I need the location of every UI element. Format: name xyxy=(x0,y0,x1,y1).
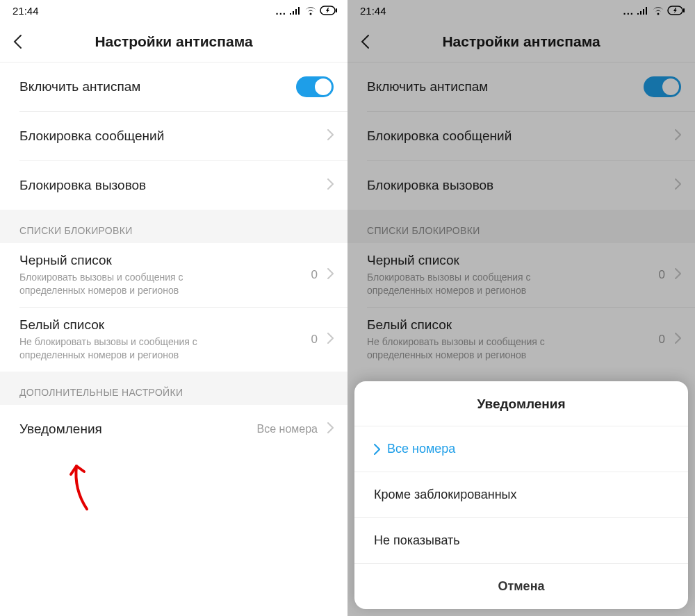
row-block-calls[interactable]: Блокировка вызовов xyxy=(0,161,348,210)
status-time: 21:44 xyxy=(13,5,39,17)
screen-left: 21:44 ... Настройки антиспама Включить а… xyxy=(0,0,348,616)
section-blocklists: СПИСКИ БЛОКИРОВКИ xyxy=(348,210,695,243)
chevron-right-icon xyxy=(675,178,681,192)
count-badge: 0 xyxy=(659,268,665,282)
header: Настройки антиспама xyxy=(348,21,695,63)
wifi-icon xyxy=(304,6,317,15)
chevron-right-icon xyxy=(675,268,681,282)
chevron-right-icon xyxy=(675,333,681,347)
svg-rect-1 xyxy=(336,8,337,13)
row-label: Блокировка сообщений xyxy=(367,128,512,144)
sheet-option-label: Все номера xyxy=(387,442,455,456)
chevron-right-icon xyxy=(327,422,334,436)
section-blocklists: СПИСКИ БЛОКИРОВКИ xyxy=(0,210,348,243)
count-badge: 0 xyxy=(311,268,318,282)
row-description: Не блокировать вызовы и сообщения с опре… xyxy=(367,335,575,362)
more-icon: ... xyxy=(623,5,634,17)
svg-rect-3 xyxy=(683,8,685,13)
row-description: Не блокировать вызовы и сообщения с опре… xyxy=(19,335,228,362)
chevron-right-icon xyxy=(327,129,334,143)
sheet-title: Уведомления xyxy=(354,381,688,426)
sheet-option-label: Не показывать xyxy=(374,533,460,548)
row-label: Черный список xyxy=(19,253,228,268)
status-time: 21:44 xyxy=(360,5,386,17)
row-notifications[interactable]: Уведомления Все номера xyxy=(0,405,348,453)
sheet-option-label: Кроме заблокированных xyxy=(374,488,517,502)
status-bar: 21:44 ... xyxy=(0,0,348,21)
row-label: Включить антиспам xyxy=(367,79,488,94)
toggle-switch[interactable] xyxy=(296,76,334,97)
header: Настройки антиспама xyxy=(0,21,348,63)
chevron-left-icon xyxy=(360,34,370,49)
row-label: Блокировка вызовов xyxy=(19,178,146,193)
toggle-switch[interactable] xyxy=(644,76,681,97)
row-description: Блокировать вызовы и сообщения с определ… xyxy=(367,271,575,297)
row-blacklist[interactable]: Черный список Блокировать вызовы и сообщ… xyxy=(348,243,695,307)
more-icon: ... xyxy=(275,5,286,17)
row-description: Блокировать вызовы и сообщения с определ… xyxy=(19,271,228,297)
signal-icon xyxy=(289,6,302,15)
row-enable-antispam[interactable]: Включить антиспам xyxy=(0,63,348,111)
page-title: Настройки антиспама xyxy=(348,33,695,50)
sheet-option-hide[interactable]: Не показывать xyxy=(354,518,688,563)
page-title: Настройки антиспама xyxy=(0,33,348,50)
row-whitelist[interactable]: Белый список Не блокировать вызовы и соо… xyxy=(348,308,695,372)
row-value: Все номера xyxy=(257,423,318,435)
signal-icon xyxy=(637,6,649,15)
chevron-right-icon xyxy=(327,178,334,192)
count-badge: 0 xyxy=(659,333,665,347)
sheet-option-except-blocked[interactable]: Кроме заблокированных xyxy=(354,472,688,517)
battery-icon xyxy=(320,6,338,15)
row-label: Белый список xyxy=(367,317,575,333)
row-label: Блокировка сообщений xyxy=(19,128,164,144)
row-label: Черный список xyxy=(367,253,575,268)
chevron-right-icon xyxy=(327,333,334,347)
chevron-right-icon xyxy=(675,129,681,143)
battery-icon xyxy=(667,6,685,15)
wifi-icon xyxy=(652,6,664,15)
row-whitelist[interactable]: Белый список Не блокировать вызовы и соо… xyxy=(0,308,348,372)
sheet-notifications: Уведомления Все номера Кроме заблокирова… xyxy=(354,381,688,609)
row-block-messages[interactable]: Блокировка сообщений xyxy=(348,112,695,160)
back-button[interactable] xyxy=(0,21,35,63)
chevron-left-icon xyxy=(13,34,22,49)
status-icons: ... xyxy=(623,5,685,17)
row-enable-antispam[interactable]: Включить антиспам xyxy=(348,63,695,111)
annotation-arrow-icon xyxy=(66,460,108,516)
status-icons: ... xyxy=(275,5,338,17)
section-additional: ДОПОЛНИТЕЛЬНЫЕ НАСТРОЙКИ xyxy=(0,372,348,405)
row-block-calls[interactable]: Блокировка вызовов xyxy=(348,161,695,210)
status-bar: 21:44 ... xyxy=(348,0,695,21)
row-block-messages[interactable]: Блокировка сообщений xyxy=(0,112,348,160)
chevron-right-icon xyxy=(327,268,334,282)
chevron-right-icon xyxy=(374,444,380,455)
screen-right: 21:44 ... Настройки антиспама Включить а… xyxy=(348,0,695,616)
row-blacklist[interactable]: Черный список Блокировать вызовы и сообщ… xyxy=(0,243,348,307)
count-badge: 0 xyxy=(311,333,318,347)
sheet-option-all[interactable]: Все номера xyxy=(354,426,688,472)
sheet-cancel-button[interactable]: Отмена xyxy=(354,563,688,609)
row-label: Блокировка вызовов xyxy=(367,178,493,193)
row-label: Уведомления xyxy=(19,422,102,437)
back-button[interactable] xyxy=(348,21,382,63)
row-label: Белый список xyxy=(19,317,228,333)
row-label: Включить антиспам xyxy=(19,79,140,94)
